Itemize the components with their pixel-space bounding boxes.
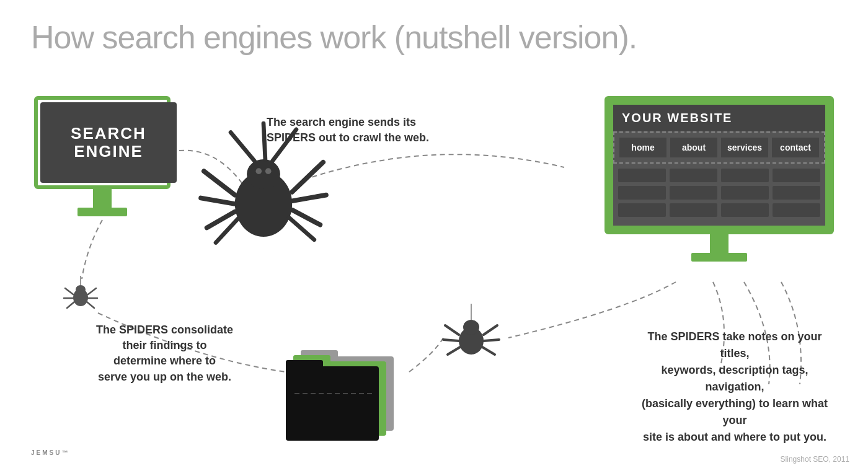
svg-line-28 <box>448 347 460 355</box>
website-nav: home about services contact <box>613 131 825 164</box>
svg-line-27 <box>443 340 459 341</box>
content-block <box>618 203 666 217</box>
nav-contact: contact <box>772 138 819 157</box>
monitor-base <box>78 208 127 216</box>
search-engine-monitor: SEARCH ENGINE <box>34 96 170 216</box>
content-block <box>721 169 769 182</box>
content-block <box>773 186 820 200</box>
annotation-bottom-right: The SPIDERS take notes on your titles, k… <box>636 328 834 446</box>
website-content <box>613 164 825 226</box>
annotation-top: The search engine sends its SPIDERS out … <box>267 115 429 146</box>
svg-line-4 <box>204 171 235 195</box>
svg-line-17 <box>65 288 73 294</box>
jemsu-logo: JEMSU™ <box>31 447 69 464</box>
svg-point-2 <box>256 168 262 174</box>
folder-stack <box>282 344 406 443</box>
svg-line-9 <box>292 195 326 201</box>
website-monitor: YOUR WEBSITE home about services contact <box>604 96 834 262</box>
svg-line-20 <box>88 288 96 294</box>
nav-home: home <box>619 138 666 157</box>
svg-line-31 <box>482 347 495 355</box>
svg-point-16 <box>76 285 86 294</box>
svg-line-22 <box>87 302 94 308</box>
website-stand <box>710 234 728 253</box>
svg-line-30 <box>484 340 499 341</box>
svg-line-26 <box>445 325 459 335</box>
svg-line-12 <box>231 133 254 161</box>
svg-point-3 <box>265 168 272 174</box>
page-title: How search engines work (nutshell versio… <box>31 19 637 56</box>
svg-point-25 <box>463 320 479 335</box>
spider-small-bottom <box>440 304 502 366</box>
content-block <box>721 186 769 200</box>
website-base <box>691 253 747 262</box>
content-block <box>773 203 820 217</box>
svg-line-5 <box>201 198 235 204</box>
content-block <box>670 169 717 182</box>
svg-line-8 <box>292 162 323 192</box>
monitor-stand <box>93 189 112 208</box>
svg-line-29 <box>484 325 497 335</box>
svg-line-19 <box>67 302 74 308</box>
content-block <box>670 186 717 200</box>
content-block <box>721 203 769 217</box>
svg-line-13 <box>264 123 265 159</box>
content-block <box>670 203 717 217</box>
website-title: YOUR WEBSITE <box>613 105 825 131</box>
content-block <box>773 169 820 182</box>
credit-text: Slingshot SEO, 2011 <box>781 455 849 464</box>
monitor-screen: SEARCH ENGINE <box>40 102 177 183</box>
nav-services: services <box>721 138 768 157</box>
annotation-bottom-left: The SPIDERS consolidate their findings t… <box>96 322 233 385</box>
svg-rect-37 <box>286 366 379 441</box>
content-block <box>618 169 666 182</box>
nav-about: about <box>670 138 717 157</box>
search-engine-label: SEARCH ENGINE <box>71 125 146 160</box>
spider-small-left <box>62 276 99 313</box>
svg-point-1 <box>247 159 280 189</box>
content-block <box>618 186 666 200</box>
svg-rect-38 <box>286 360 323 371</box>
